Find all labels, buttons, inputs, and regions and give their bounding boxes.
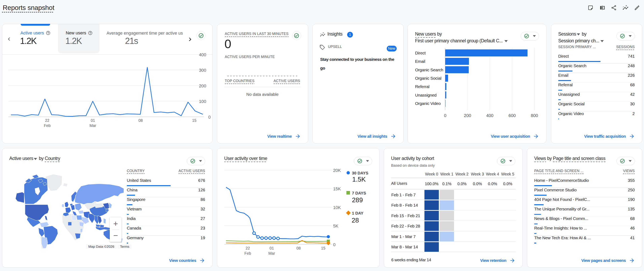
svg-text:1 DAY: 1 DAY (352, 211, 364, 215)
svg-text:200: 200 (464, 113, 471, 118)
svg-text:Week 3: Week 3 (471, 172, 484, 176)
svg-text:22: 22 (246, 246, 250, 250)
svg-text:Week 2: Week 2 (455, 172, 468, 176)
svg-text:Week 5: Week 5 (501, 172, 514, 176)
svg-text:15: 15 (192, 118, 196, 123)
svg-text:30 DAYS: 30 DAYS (352, 171, 368, 175)
svg-text:Organic Video: Organic Video (415, 101, 441, 106)
svg-text:Week 4: Week 4 (486, 172, 499, 176)
svg-text:08: 08 (138, 118, 143, 123)
svg-text:0.1%: 0.1% (442, 182, 451, 186)
svg-text:0.0%: 0.0% (473, 182, 482, 186)
svg-text:22: 22 (45, 118, 49, 123)
svg-text:7 DAYS: 7 DAYS (352, 191, 366, 195)
svg-text:0: 0 (444, 113, 446, 118)
svg-text:Feb 15 - Feb 21: Feb 15 - Feb 21 (391, 213, 420, 218)
svg-text:6 weeks ending Mar 14: 6 weeks ending Mar 14 (391, 258, 431, 262)
svg-text:100: 100 (199, 99, 206, 104)
svg-text:300: 300 (199, 68, 206, 73)
svg-text:0.0%: 0.0% (488, 182, 497, 186)
svg-text:Week 0: Week 0 (425, 172, 438, 176)
svg-text:15K: 15K (333, 186, 341, 191)
svg-text:15: 15 (321, 246, 325, 250)
svg-text:Feb: Feb (44, 123, 50, 128)
svg-text:08: 08 (296, 246, 301, 250)
svg-text:Mar 8 - Mar 14: Mar 8 - Mar 14 (391, 245, 418, 249)
svg-text:Feb 8 - Feb 14: Feb 8 - Feb 14 (391, 203, 418, 207)
svg-text:0: 0 (333, 242, 336, 247)
svg-text:20K: 20K (333, 168, 341, 173)
svg-text:Referral: Referral (415, 84, 430, 89)
svg-text:10K: 10K (333, 205, 341, 210)
svg-text:Feb 22 - Feb 28: Feb 22 - Feb 28 (391, 224, 420, 228)
svg-text:289: 289 (352, 196, 363, 204)
svg-text:Mar 1 - Mar 7: Mar 1 - Mar 7 (391, 234, 416, 239)
svg-text:All Users: All Users (391, 181, 407, 186)
svg-text:400: 400 (486, 113, 493, 118)
svg-text:200: 200 (199, 83, 206, 88)
svg-text:Mar: Mar (90, 123, 96, 128)
svg-text:01: 01 (270, 246, 274, 250)
svg-text:Week 1: Week 1 (440, 172, 453, 176)
svg-text:Email: Email (415, 59, 425, 64)
svg-text:400: 400 (199, 52, 206, 57)
svg-text:Organic Search: Organic Search (415, 67, 444, 72)
svg-text:Unassigned: Unassigned (415, 93, 436, 97)
svg-text:800: 800 (531, 113, 538, 118)
svg-text:1.5K: 1.5K (352, 176, 366, 183)
svg-text:Mar: Mar (268, 251, 275, 256)
svg-text:5K: 5K (333, 224, 338, 229)
svg-text:Organic Social: Organic Social (415, 76, 442, 80)
svg-text:Direct: Direct (415, 51, 426, 55)
svg-text:0: 0 (208, 115, 210, 120)
svg-text:100.0%: 100.0% (425, 182, 438, 186)
svg-text:0.0%: 0.0% (457, 182, 466, 186)
svg-text:Feb: Feb (244, 251, 251, 256)
svg-text:Feb 1 - Feb 7: Feb 1 - Feb 7 (391, 193, 416, 197)
svg-text:01: 01 (91, 118, 95, 123)
svg-text:0.0%: 0.0% (503, 182, 512, 186)
svg-text:600: 600 (508, 113, 516, 118)
svg-text:28: 28 (352, 217, 359, 224)
